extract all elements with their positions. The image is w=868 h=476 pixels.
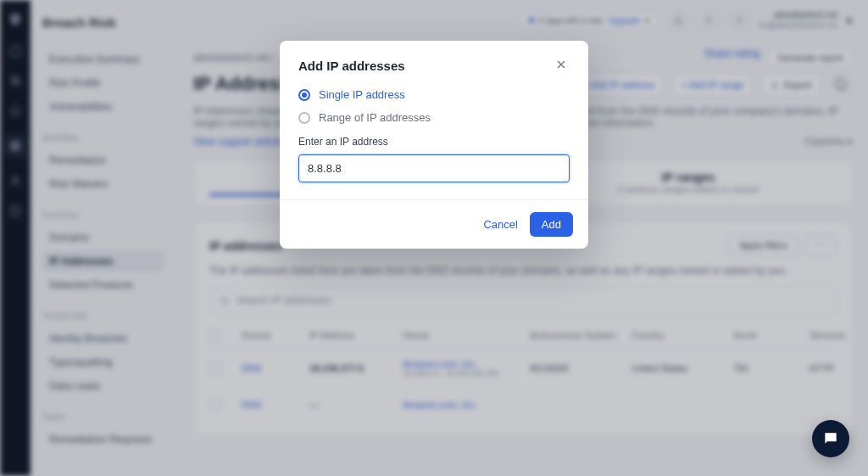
close-icon[interactable] [554, 58, 570, 73]
add-button[interactable]: Add [530, 212, 573, 237]
radio-icon [298, 89, 310, 101]
radio-icon [298, 112, 310, 124]
add-ip-modal: Add IP addresses Single IP address Range… [280, 41, 588, 249]
modal-title: Add IP addresses [298, 59, 405, 73]
radio-single-ip[interactable]: Single IP address [298, 88, 570, 101]
radio-range-ip[interactable]: Range of IP addresses [298, 111, 570, 124]
chat-fab[interactable] [812, 420, 849, 457]
ip-field-label: Enter an IP address [298, 136, 570, 148]
cancel-button[interactable]: Cancel [483, 212, 517, 237]
ip-input[interactable] [298, 154, 570, 182]
